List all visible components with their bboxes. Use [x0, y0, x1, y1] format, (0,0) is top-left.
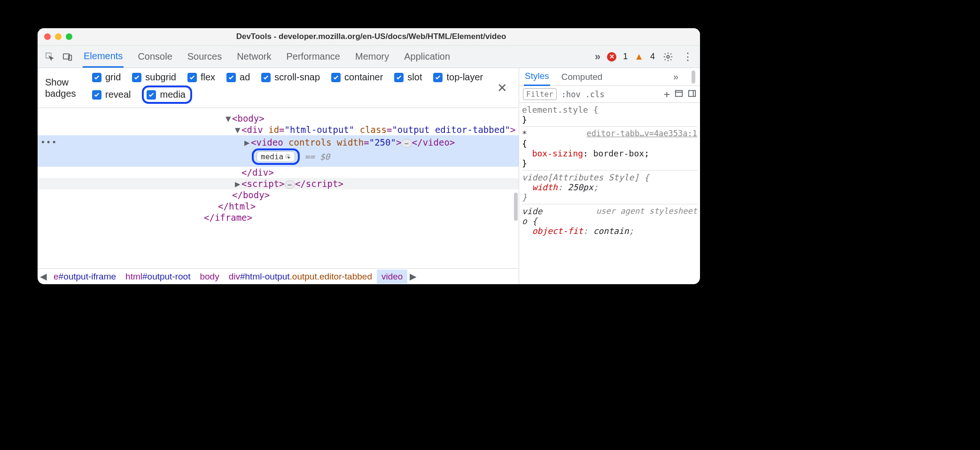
device-icon[interactable] — [61, 50, 74, 63]
breadcrumb-item[interactable]: html#output-root — [121, 270, 195, 284]
media-badge[interactable]: media — [257, 151, 295, 162]
dom-node-body-end[interactable]: </body> — [38, 189, 519, 201]
css-property[interactable]: box-sizing — [532, 148, 583, 158]
tab-performance[interactable]: Performance — [286, 47, 342, 67]
kebab-icon[interactable]: ⋮ — [681, 50, 694, 63]
hov-toggle[interactable]: :hov — [561, 90, 581, 99]
badge-subgrid[interactable]: subgrid — [132, 72, 176, 83]
dom-node-video-selected[interactable]: ••• ▶<video controls width="250">⋯</vide… — [38, 135, 519, 167]
css-value[interactable]: 250px — [568, 182, 593, 192]
badge-reveal[interactable]: reveal — [92, 85, 131, 104]
styles-tabs: Styles Computed » — [519, 68, 700, 86]
tabbar-right: » ✕ 1 ▲ 4 ⋮ — [595, 50, 694, 63]
rule-selector[interactable]: element.style { — [522, 105, 599, 115]
breadcrumb-item-selected[interactable]: video — [377, 270, 407, 284]
badge-flex[interactable]: flex — [187, 72, 215, 83]
dom-node-div[interactable]: ▼<div id="html-output" class="output edi… — [38, 124, 519, 135]
collapsed-children-icon[interactable]: ⋯ — [285, 180, 295, 189]
style-rules[interactable]: element.style { } * editor-tabb…v=4ae353… — [519, 103, 700, 284]
tab-elements[interactable]: Elements — [83, 46, 124, 68]
computed-sidebar-icon[interactable] — [675, 89, 683, 100]
tab-sources[interactable]: Sources — [187, 47, 223, 67]
cls-toggle[interactable]: .cls — [585, 90, 605, 99]
css-value[interactable]: border-box — [593, 148, 644, 158]
panel-tabs: Elements Console Sources Network Perform… — [83, 46, 590, 68]
collapsed-children-icon[interactable]: ⋯ — [401, 139, 412, 147]
dom-node-body[interactable]: ▼<body> — [38, 113, 519, 124]
badge-scroll-snap[interactable]: scroll-snap — [261, 72, 320, 83]
css-property[interactable]: object-fit — [532, 226, 583, 236]
breadcrumb-right-icon[interactable]: ▶ — [407, 271, 419, 282]
breadcrumb-item[interactable]: div#html-output.output.editor-tabbed — [224, 270, 377, 284]
media-badge-highlight: media — [252, 148, 300, 165]
badges-bar: Show badges grid subgrid flex ad scroll-… — [38, 68, 519, 108]
rule-source-label: user agent stylesheet — [596, 206, 697, 216]
badges-label: Show badges — [45, 77, 92, 99]
badge-ad[interactable]: ad — [226, 72, 250, 83]
elements-panel: Show badges grid subgrid flex ad scroll-… — [38, 68, 519, 284]
devtools-tabbar: Elements Console Sources Network Perform… — [38, 46, 700, 68]
css-value[interactable]: contain — [593, 226, 629, 236]
styles-toolbar: Filter :hov .cls + — [519, 86, 700, 103]
tab-memory[interactable]: Memory — [354, 47, 390, 67]
tab-console[interactable]: Console — [137, 47, 173, 67]
scrollbar[interactable] — [514, 193, 519, 221]
badge-slot[interactable]: slot — [394, 72, 422, 83]
rule-source-link[interactable]: editor-tabb…v=4ae353a:1 — [587, 129, 697, 138]
equals-dollar-zero: == $0 — [304, 152, 330, 162]
tab-network[interactable]: Network — [236, 47, 272, 67]
badge-media[interactable]: media — [142, 85, 192, 104]
badge-grid[interactable]: grid — [92, 72, 121, 83]
rule-selector[interactable]: * — [522, 129, 527, 139]
ellipsis-icon[interactable]: ••• — [40, 137, 57, 147]
main-content: Show badges grid subgrid flex ad scroll-… — [38, 68, 700, 284]
devtools-window: DevTools - developer.mozilla.org/en-US/d… — [38, 28, 700, 284]
breadcrumb-left-icon[interactable]: ◀ — [38, 271, 49, 282]
window-title: DevTools - developer.mozilla.org/en-US/d… — [49, 32, 693, 41]
warning-count: 4 — [650, 52, 655, 62]
error-count: 1 — [623, 52, 628, 62]
more-tabs-icon[interactable]: » — [673, 71, 678, 82]
rule-selector: video[Attributes Style] { — [522, 172, 649, 182]
dom-node-script[interactable]: ▶<script>⋯</script> — [38, 178, 519, 189]
error-icon[interactable]: ✕ — [607, 52, 616, 62]
dom-tree[interactable]: ▼<body> ▼<div id="html-output" class="ou… — [38, 108, 519, 268]
breadcrumb-item[interactable]: e#output-iframe — [49, 270, 121, 284]
svg-rect-6 — [689, 90, 695, 96]
badges-grid: grid subgrid flex ad scroll-snap contain… — [92, 72, 493, 104]
settings-icon[interactable] — [661, 50, 675, 63]
badge-top-layer[interactable]: top-layer — [433, 72, 483, 83]
more-tabs-icon[interactable]: » — [595, 51, 600, 63]
close-badges-icon[interactable]: ✕ — [493, 81, 511, 95]
breadcrumb: ◀ e#output-iframe html#output-root body … — [38, 268, 519, 284]
inspect-icon[interactable] — [43, 50, 56, 63]
css-property[interactable]: width — [532, 182, 558, 192]
tab-styles[interactable]: Styles — [524, 68, 550, 86]
dom-node-iframe-end[interactable]: </iframe> — [38, 212, 519, 223]
tab-application[interactable]: Application — [403, 47, 451, 67]
dom-node-div-end[interactable]: </div> — [38, 167, 519, 178]
tab-computed[interactable]: Computed — [560, 69, 604, 85]
dom-node-html-end[interactable]: </html> — [38, 201, 519, 212]
warning-icon[interactable]: ▲ — [634, 51, 644, 62]
svg-point-3 — [667, 55, 669, 58]
svg-rect-5 — [676, 90, 682, 96]
badge-container[interactable]: container — [331, 72, 383, 83]
breadcrumb-item[interactable]: body — [195, 270, 224, 284]
styles-panel: Styles Computed » Filter :hov .cls + ele… — [519, 68, 700, 284]
new-style-icon[interactable]: + — [664, 88, 670, 100]
filter-input[interactable]: Filter — [523, 88, 557, 100]
titlebar: DevTools - developer.mozilla.org/en-US/d… — [38, 28, 700, 46]
toggle-sidebar-icon[interactable] — [688, 89, 696, 100]
scrollbar[interactable] — [692, 70, 695, 84]
